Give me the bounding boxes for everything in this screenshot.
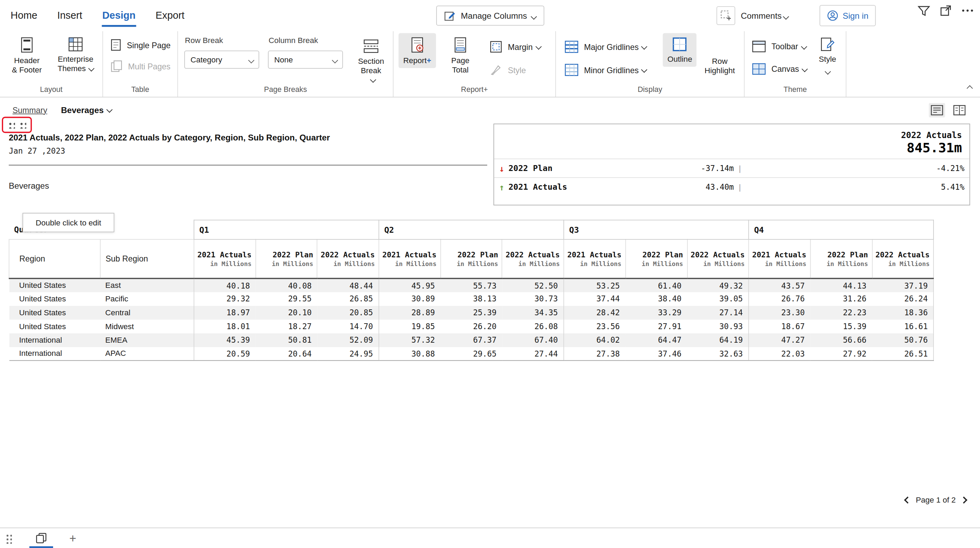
sign-in-button[interactable]: Sign in [820, 5, 876, 26]
manage-columns-button[interactable]: Manage Columns [436, 6, 544, 25]
value-cell[interactable]: 29.55 [256, 292, 318, 306]
value-cell[interactable]: 20.10 [256, 305, 318, 319]
outline-button[interactable]: Outline [663, 33, 697, 67]
measure-header[interactable]: 2021 Actualsin Millions [379, 239, 441, 278]
value-cell[interactable]: 26.20 [441, 319, 502, 333]
value-cell[interactable]: 64.19 [687, 333, 749, 347]
value-cell[interactable]: 18.36 [872, 305, 934, 319]
row-break-select[interactable]: Category [184, 51, 259, 69]
measure-header[interactable]: 2021 Actualsin Millions [564, 239, 626, 278]
column-break-select[interactable]: None [268, 51, 343, 69]
value-cell[interactable]: 14.70 [317, 319, 379, 333]
value-cell[interactable]: 23.56 [564, 319, 626, 333]
value-cell[interactable]: 57.32 [379, 333, 441, 347]
section-break-button[interactable]: Section Break [355, 35, 387, 87]
value-cell[interactable]: 33.29 [625, 305, 687, 319]
minor-gridlines-button[interactable]: Minor Gridlines [560, 62, 660, 77]
value-cell[interactable]: 20.64 [256, 347, 318, 361]
row-label-cell[interactable]: International [9, 333, 100, 347]
row-label-cell[interactable]: United States [9, 292, 100, 306]
row-label-cell[interactable]: Central [100, 305, 194, 319]
enterprise-themes-button[interactable]: Enterprise Themes [52, 33, 99, 77]
quarter-header-q4[interactable]: Q4 [749, 220, 934, 240]
tab-design[interactable]: Design [102, 2, 136, 30]
value-cell[interactable]: 26.85 [317, 292, 379, 306]
value-cell[interactable]: 27.92 [810, 347, 872, 361]
value-cell[interactable]: 30.93 [687, 319, 749, 333]
value-cell[interactable]: 27.14 [687, 305, 749, 319]
popout-icon[interactable] [940, 5, 951, 16]
sub-region-column-header[interactable]: Sub Region [100, 239, 194, 278]
measure-header[interactable]: 2022 Actualsin Millions [317, 239, 379, 278]
value-cell[interactable]: 55.73 [441, 278, 502, 292]
next-page-icon[interactable] [960, 497, 967, 504]
value-cell[interactable]: 22.23 [810, 305, 872, 319]
value-cell[interactable]: 27.91 [625, 319, 687, 333]
measure-header[interactable]: 2022 Actualsin Millions [502, 239, 564, 278]
value-cell[interactable]: 67.37 [441, 333, 502, 347]
page-total-button[interactable]: Page Total [440, 33, 481, 77]
row-label-cell[interactable]: Pacific [100, 292, 194, 306]
pages-drag-handle[interactable] [5, 533, 12, 543]
value-cell[interactable]: 52.09 [317, 333, 379, 347]
summary-link[interactable]: Summary [13, 105, 47, 114]
value-cell[interactable]: 61.40 [625, 278, 687, 292]
value-cell[interactable]: 30.88 [379, 347, 441, 361]
value-cell[interactable]: 56.66 [810, 333, 872, 347]
value-cell[interactable]: 64.47 [625, 333, 687, 347]
measure-header[interactable]: 2022 Actualsin Millions [687, 239, 749, 278]
more-options-icon[interactable] [961, 9, 974, 13]
value-cell[interactable]: 29.32 [194, 292, 256, 306]
value-cell[interactable]: 27.38 [564, 347, 626, 361]
value-cell[interactable]: 45.39 [194, 333, 256, 347]
value-cell[interactable]: 43.57 [749, 278, 811, 292]
value-cell[interactable]: 52.50 [502, 278, 564, 292]
row-highlight-button[interactable]: Row Highlight [699, 33, 740, 78]
margin-button[interactable]: Margin [485, 39, 546, 54]
measure-header[interactable]: 2022 Planin Millions [441, 239, 502, 278]
value-cell[interactable]: 31.26 [810, 292, 872, 306]
tab-export[interactable]: Export [155, 2, 185, 30]
value-cell[interactable]: 25.39 [441, 305, 502, 319]
value-cell[interactable]: 50.76 [872, 333, 934, 347]
row-label-cell[interactable]: Midwest [100, 319, 194, 333]
style-report-button[interactable]: Style [485, 62, 546, 77]
value-cell[interactable]: 32.63 [687, 347, 749, 361]
tab-home[interactable]: Home [10, 2, 38, 30]
kpi-card[interactable]: 2022 Actuals 845.31m ↓2022 Plan-37.14m|-… [493, 124, 970, 205]
visual-drag-handle[interactable] [2, 117, 32, 133]
quarter-header-q3[interactable]: Q3 [564, 220, 749, 240]
value-cell[interactable]: 34.35 [502, 305, 564, 319]
value-cell[interactable]: 40.18 [194, 278, 256, 292]
value-cell[interactable]: 15.39 [810, 319, 872, 333]
value-cell[interactable]: 38.13 [441, 292, 502, 306]
value-cell[interactable]: 39.05 [687, 292, 749, 306]
multi-pages-button[interactable]: Multi Pages [105, 59, 175, 73]
region-column-header[interactable]: Region [9, 239, 100, 278]
value-cell[interactable]: 48.44 [317, 278, 379, 292]
row-label-cell[interactable]: East [100, 278, 194, 292]
grid-view-icon[interactable] [951, 103, 967, 117]
value-cell[interactable]: 49.32 [687, 278, 749, 292]
value-cell[interactable]: 64.02 [564, 333, 626, 347]
value-cell[interactable]: 37.44 [564, 292, 626, 306]
single-page-button[interactable]: Single Page [105, 37, 175, 52]
measure-header[interactable]: 2022 Actualsin Millions [872, 239, 934, 278]
header-footer-button[interactable]: Header & Footer [3, 33, 51, 77]
page-tab-1[interactable] [28, 528, 54, 548]
value-cell[interactable]: 26.51 [872, 347, 934, 361]
measure-header[interactable]: 2022 Planin Millions [625, 239, 687, 278]
value-cell[interactable]: 45.95 [379, 278, 441, 292]
value-cell[interactable]: 26.76 [749, 292, 811, 306]
toolbar-theme-button[interactable]: Toolbar [747, 39, 812, 53]
value-cell[interactable]: 18.27 [256, 319, 318, 333]
value-cell[interactable]: 18.97 [194, 305, 256, 319]
row-label-cell[interactable]: APAC [100, 347, 194, 361]
style-theme-button[interactable]: Style [812, 33, 843, 78]
measure-header[interactable]: 2021 Actualsin Millions [749, 239, 811, 278]
row-label-cell[interactable]: United States [9, 278, 100, 292]
prev-page-icon[interactable] [904, 497, 911, 504]
value-cell[interactable]: 47.27 [749, 333, 811, 347]
value-cell[interactable]: 26.08 [502, 319, 564, 333]
value-cell[interactable]: 30.89 [379, 292, 441, 306]
